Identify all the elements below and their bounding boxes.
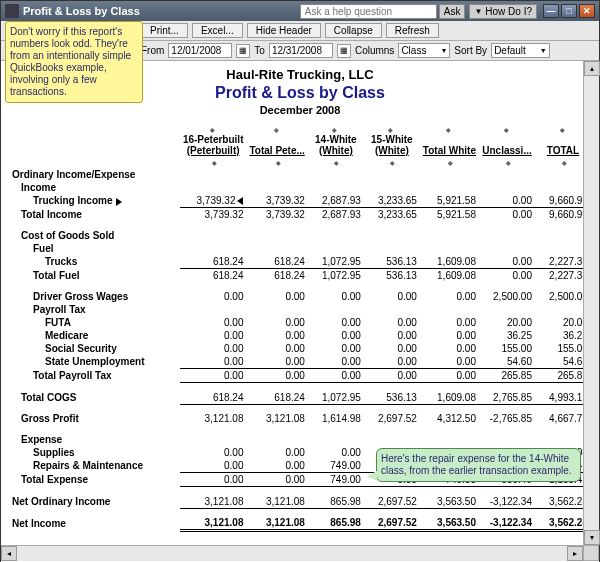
report-row[interactable]: Total Income3,739.323,739.322,687.933,23… — [9, 208, 591, 222]
cell-value[interactable]: 0.00 — [308, 369, 364, 383]
cell-value[interactable]: 0.00 — [180, 329, 247, 342]
cell-value[interactable]: 618.24 — [180, 269, 247, 283]
cell-value[interactable]: 618.24 — [246, 255, 307, 269]
cell-value[interactable]: 0.00 — [479, 208, 535, 222]
report-row[interactable]: Income — [9, 181, 591, 194]
cell-value[interactable]: 0.00 — [246, 329, 307, 342]
cell-value[interactable]: -3,122.34 — [479, 516, 535, 531]
cell-value[interactable]: 2,697.52 — [364, 516, 420, 531]
cell-value[interactable]: 0.00 — [308, 355, 364, 369]
scroll-track-h[interactable] — [17, 546, 567, 561]
report-row[interactable]: FUTA0.000.000.000.000.0020.0020.00 — [9, 316, 591, 329]
cell-value[interactable]: 0.00 — [308, 329, 364, 342]
report-row[interactable]: Driver Gross Wages0.000.000.000.000.002,… — [9, 290, 591, 303]
cell-value[interactable]: 0.00 — [364, 342, 420, 355]
cell-value[interactable]: 0.00 — [420, 329, 479, 342]
cell-value[interactable]: 0.00 — [420, 369, 479, 383]
report-row[interactable]: State Unemployment0.000.000.000.000.0054… — [9, 355, 591, 369]
cell-value[interactable]: 0.00 — [180, 369, 247, 383]
calendar-to-icon[interactable]: ▦ — [337, 44, 351, 58]
cell-value[interactable]: 0.00 — [420, 342, 479, 355]
cell-value[interactable]: 0.00 — [246, 316, 307, 329]
cell-value[interactable]: 5,921.58 — [420, 208, 479, 222]
cell-value[interactable]: 0.00 — [180, 459, 247, 473]
cell-value[interactable]: 618.24 — [180, 391, 247, 405]
cell-value[interactable]: 0.00 — [364, 355, 420, 369]
cell-value[interactable]: 2,687.93 — [308, 194, 364, 208]
minimize-button[interactable]: — — [543, 4, 559, 18]
cell-value[interactable]: 2,697.52 — [364, 412, 420, 425]
cell-value[interactable]: 3,121.08 — [246, 516, 307, 531]
cell-value[interactable]: 1,072.95 — [308, 269, 364, 283]
cell-value[interactable]: 1,072.95 — [308, 255, 364, 269]
cell-value[interactable]: 3,739.32 — [246, 208, 307, 222]
cell-value[interactable]: 618.24 — [180, 255, 247, 269]
report-row[interactable]: Total COGS618.24618.241,072.95536.131,60… — [9, 391, 591, 405]
cell-value[interactable]: 0.00 — [246, 290, 307, 303]
report-row[interactable]: Expense — [9, 433, 591, 446]
scroll-right-button[interactable]: ▸ — [567, 546, 583, 561]
cell-value[interactable]: 36.25 — [479, 329, 535, 342]
cell-value[interactable]: 0.00 — [420, 290, 479, 303]
cell-value[interactable]: 20.00 — [479, 316, 535, 329]
cell-value[interactable]: 2,687.93 — [308, 208, 364, 222]
column-header[interactable]: 16-Peterbuilt(Peterbuilt) — [180, 122, 247, 168]
cell-value[interactable]: 536.13 — [364, 255, 420, 269]
cell-value[interactable]: 865.98 — [308, 516, 364, 531]
cell-value[interactable]: 618.24 — [246, 269, 307, 283]
cell-value[interactable]: 5,921.58 — [420, 194, 479, 208]
refresh-button[interactable]: Refresh — [386, 23, 439, 38]
column-header[interactable]: 15-White(White) — [364, 122, 420, 168]
cell-value[interactable]: 0.00 — [420, 316, 479, 329]
scroll-down-button[interactable]: ▾ — [584, 530, 600, 545]
help-search-input[interactable] — [300, 4, 437, 19]
cell-value[interactable]: 1,609.08 — [420, 391, 479, 405]
cell-value[interactable]: 0.00 — [308, 446, 364, 459]
maximize-button[interactable]: □ — [561, 4, 577, 18]
cell-value[interactable]: 0.00 — [180, 342, 247, 355]
cell-value[interactable]: 0.00 — [246, 355, 307, 369]
report-row[interactable]: Net Income3,121.083,121.08865.982,697.52… — [9, 516, 591, 531]
cell-value[interactable]: 0.00 — [479, 194, 535, 208]
cell-value[interactable]: 0.00 — [246, 446, 307, 459]
column-header[interactable]: Total White — [420, 122, 479, 168]
cell-value[interactable]: 3,121.08 — [180, 495, 247, 509]
cell-value[interactable]: 155.00 — [479, 342, 535, 355]
cell-value[interactable]: 0.00 — [479, 255, 535, 269]
scroll-left-button[interactable]: ◂ — [1, 546, 17, 561]
cell-value[interactable]: 0.00 — [180, 290, 247, 303]
cell-value[interactable]: 0.00 — [364, 369, 420, 383]
collapse-button[interactable]: Collapse — [325, 23, 382, 38]
cell-value[interactable]: 3,121.08 — [180, 516, 247, 531]
cell-value[interactable]: 0.00 — [364, 329, 420, 342]
scroll-up-button[interactable]: ▴ — [584, 61, 600, 76]
columns-select[interactable]: Class — [398, 43, 450, 58]
cell-value[interactable]: 0.00 — [308, 316, 364, 329]
cell-value[interactable]: -3,122.34 — [479, 495, 535, 509]
cell-value[interactable]: 536.13 — [364, 391, 420, 405]
how-do-i-dropdown[interactable]: How Do I? — [469, 4, 537, 19]
cell-value[interactable]: 1,609.08 — [420, 255, 479, 269]
cell-value[interactable]: 3,739.32 — [246, 194, 307, 208]
cell-value[interactable]: 2,765.85 — [479, 391, 535, 405]
cell-value[interactable]: 0.00 — [479, 269, 535, 283]
cell-value[interactable]: 54.60 — [479, 355, 535, 369]
column-header[interactable]: Total Pete... — [246, 122, 307, 168]
cell-value[interactable]: 265.85 — [479, 369, 535, 383]
cell-value[interactable]: 0.00 — [180, 446, 247, 459]
cell-value[interactable]: 865.98 — [308, 495, 364, 509]
horizontal-scrollbar[interactable]: ◂ ▸ — [1, 545, 583, 561]
report-row[interactable]: Social Security0.000.000.000.000.00155.0… — [9, 342, 591, 355]
cell-value[interactable]: 0.00 — [364, 316, 420, 329]
cell-value[interactable]: 0.00 — [308, 342, 364, 355]
calendar-from-icon[interactable]: ▦ — [236, 44, 250, 58]
cell-value[interactable]: 0.00 — [308, 290, 364, 303]
hide-header-button[interactable]: Hide Header — [247, 23, 321, 38]
report-row[interactable]: Medicare0.000.000.000.000.0036.2536.25 — [9, 329, 591, 342]
cell-value[interactable]: 3,563.50 — [420, 495, 479, 509]
cell-value[interactable]: 3,121.08 — [246, 495, 307, 509]
column-header[interactable]: Unclassi... — [479, 122, 535, 168]
cell-value[interactable]: 4,312.50 — [420, 412, 479, 425]
cell-value[interactable]: 0.00 — [180, 355, 247, 369]
cell-value[interactable]: 0.00 — [364, 290, 420, 303]
